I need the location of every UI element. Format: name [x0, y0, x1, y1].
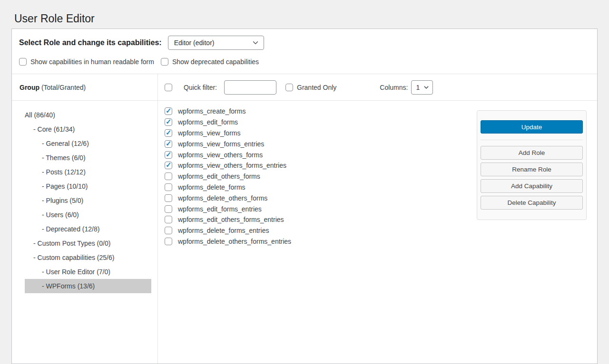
columns-select-value: 1	[416, 84, 420, 91]
capability-checkbox[interactable]	[165, 172, 172, 180]
capability-label: wpforms_view_others_forms	[178, 151, 263, 159]
secondary-buttons: Add RoleRename RoleAdd CapabilityDelete …	[481, 146, 583, 210]
role-select-value: Editor (editor)	[174, 39, 215, 47]
group-tree-item-label: - Themes (6/0)	[42, 154, 86, 162]
capability-label: wpforms_edit_forms_entries	[178, 205, 262, 213]
group-tree-item-label: - Pages (10/10)	[42, 182, 88, 190]
deprecated-checkbox[interactable]	[161, 58, 168, 66]
chevron-down-icon	[252, 39, 259, 46]
select-all-checkbox[interactable]	[165, 84, 172, 91]
columns-select[interactable]: 1	[411, 80, 433, 95]
group-tree-item-posts-12-12[interactable]: - Posts (12/12)	[25, 165, 151, 179]
capability-label: wpforms_create_forms	[178, 107, 246, 115]
capability-label: wpforms_delete_others_forms	[178, 194, 267, 202]
granted-only-label: Granted Only	[297, 84, 336, 91]
capability-checkbox[interactable]	[165, 227, 172, 234]
capability-checkbox[interactable]	[165, 129, 172, 137]
human-readable-label: Show capabilities in human readable form	[30, 58, 154, 66]
chevron-down-icon	[423, 85, 429, 90]
top-section: Select Role and change its capabilities:…	[12, 29, 597, 74]
human-readable-checkbox[interactable]	[19, 58, 27, 66]
actions-panel: Update Add RoleRename RoleAdd Capability…	[477, 110, 587, 220]
capability-row: wpforms_delete_others_forms_entries	[165, 236, 597, 247]
toggle-deprecated: Show deprecated capabilities	[161, 58, 259, 66]
capability-checkbox[interactable]	[165, 238, 172, 245]
group-tree-item-label: - Deprecated (12/8)	[42, 225, 99, 233]
deprecated-label: Show deprecated capabilities	[172, 58, 259, 66]
delete-capability-button[interactable]: Delete Capability	[481, 196, 583, 210]
group-tree-item-label: - Users (6/0)	[42, 211, 79, 219]
group-header: Group (Total/Granted)	[12, 74, 158, 101]
capability-label: wpforms_delete_forms_entries	[178, 227, 269, 234]
role-row: Select Role and change its capabilities:…	[19, 36, 589, 50]
group-tree-item-label: - WPForms (13/6)	[42, 282, 95, 290]
quick-filter-input[interactable]	[224, 80, 276, 95]
group-header-bold: Group	[20, 84, 39, 91]
capability-checkbox[interactable]	[165, 151, 172, 159]
group-header-rest: (Total/Granted)	[39, 84, 86, 91]
group-tree-item-plugins-5-0[interactable]: - Plugins (5/0)	[25, 193, 151, 208]
group-tree-item-core-61-34[interactable]: - Core (61/34)	[25, 122, 151, 136]
capability-label: wpforms_delete_forms	[178, 183, 246, 191]
capability-row: wpforms_delete_forms_entries	[165, 225, 597, 236]
capability-checkbox[interactable]	[165, 118, 172, 126]
granted-only-checkbox[interactable]	[285, 84, 293, 91]
capability-checkbox[interactable]	[165, 205, 172, 213]
capability-checkbox[interactable]	[165, 216, 172, 223]
update-button[interactable]: Update	[481, 120, 583, 134]
capability-checkbox[interactable]	[165, 194, 172, 202]
capability-checkbox[interactable]	[165, 162, 172, 169]
add-role-button[interactable]: Add Role	[481, 146, 583, 160]
group-tree: All (86/40)- Core (61/34)- General (12/6…	[12, 101, 158, 364]
group-tree-item-deprecated-12-8[interactable]: - Deprecated (12/8)	[25, 222, 151, 236]
role-selector-label: Select Role and change its capabilities:	[19, 38, 162, 47]
toggle-human-readable: Show capabilities in human readable form	[19, 58, 154, 66]
capability-label: wpforms_view_forms	[178, 129, 240, 137]
page-title: User Role Editor	[14, 11, 95, 26]
group-tree-item-wpforms-13-6[interactable]: - WPForms (13/6)	[25, 279, 151, 293]
group-tree-item-label: All (86/40)	[25, 111, 55, 119]
capability-label: wpforms_view_forms_entries	[178, 140, 264, 148]
columns-label: Columns:	[380, 84, 408, 91]
capability-label: wpforms_edit_forms	[178, 118, 238, 126]
group-tree-item-label: - Core (61/34)	[33, 125, 75, 133]
group-tree-item-all-86-40[interactable]: All (86/40)	[25, 108, 151, 122]
capability-checkbox[interactable]	[165, 140, 172, 148]
group-tree-item-general-12-6[interactable]: - General (12/6)	[25, 136, 151, 151]
group-tree-item-label: - Custom Post Types (0/0)	[33, 239, 110, 247]
capability-checkbox[interactable]	[165, 107, 172, 115]
capability-label: wpforms_view_others_forms_entries	[178, 162, 286, 169]
group-tree-item-custom-post-types-0-0[interactable]: - Custom Post Types (0/0)	[25, 236, 151, 250]
filter-bar: Quick filter: Granted Only Columns: 1	[158, 74, 597, 101]
toggles-row: Show capabilities in human readable form…	[19, 58, 589, 66]
group-tree-item-label: - Posts (12/12)	[42, 168, 86, 176]
group-tree-item-label: - Plugins (5/0)	[42, 197, 83, 204]
page: User Role Editor Select Role and change …	[0, 0, 609, 364]
rename-role-button[interactable]: Rename Role	[481, 163, 583, 176]
capability-label: wpforms_edit_others_forms_entries	[178, 216, 284, 223]
group-tree-item-pages-10-10[interactable]: - Pages (10/10)	[25, 179, 151, 193]
capability-checkbox[interactable]	[165, 183, 172, 191]
group-tree-item-label: - Custom capabilities (25/6)	[33, 254, 114, 261]
group-tree-item-custom-capabilities-25-6[interactable]: - Custom capabilities (25/6)	[25, 250, 151, 265]
add-capability-button[interactable]: Add Capability	[481, 179, 583, 193]
group-tree-item-label: - General (12/6)	[42, 140, 89, 147]
group-tree-item-users-6-0[interactable]: - Users (6/0)	[25, 208, 151, 222]
group-tree-item-label: - User Role Editor (7/0)	[42, 268, 110, 276]
actions-divider	[481, 140, 583, 140]
group-tree-item-user-role-editor-7-0[interactable]: - User Role Editor (7/0)	[25, 265, 151, 279]
capability-label: wpforms_delete_others_forms_entries	[178, 238, 291, 245]
group-tree-item-themes-6-0[interactable]: - Themes (6/0)	[25, 151, 151, 165]
capability-label: wpforms_edit_others_forms	[178, 172, 260, 180]
role-select[interactable]: Editor (editor)	[168, 36, 264, 50]
quick-filter-label: Quick filter:	[184, 84, 217, 91]
